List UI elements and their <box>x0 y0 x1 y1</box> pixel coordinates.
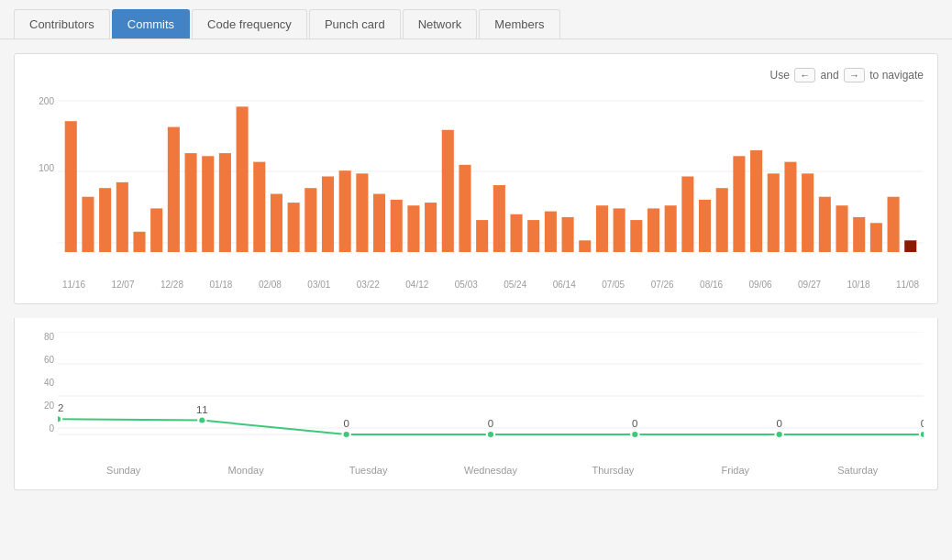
bar-5 <box>150 208 162 252</box>
tab-punch-card[interactable]: Punch card <box>309 9 401 38</box>
bar-x-label: 07/05 <box>602 280 625 290</box>
bar-x-label: 01/18 <box>209 280 232 290</box>
bar-37 <box>699 200 711 252</box>
bar-29 <box>562 217 574 252</box>
navigate-hint: Use ← and → to navigate <box>28 68 924 82</box>
bar-x-label: 07/26 <box>651 280 674 290</box>
line-x-label: Saturday <box>797 465 919 476</box>
bar-x-label: 11/08 <box>896 280 919 290</box>
bar-13 <box>288 203 300 252</box>
bar-36 <box>681 177 693 253</box>
bar-x-label: 10/18 <box>847 280 870 290</box>
bar-x-label: 11/16 <box>62 280 85 290</box>
bar-22 <box>442 130 454 252</box>
bar-27 <box>527 220 539 252</box>
tab-contributors[interactable]: Contributors <box>14 9 110 38</box>
bar-14 <box>304 188 316 252</box>
bar-x-label: 03/22 <box>357 280 380 290</box>
bar-49 <box>904 240 916 252</box>
tab-network[interactable]: Network <box>403 9 478 38</box>
bar-42 <box>784 162 796 252</box>
bar-24 <box>476 220 488 252</box>
bar-0 <box>65 121 77 252</box>
bar-31 <box>596 205 608 252</box>
line-chart-dot-2 <box>342 431 349 438</box>
line-chart-label-6: 0 <box>921 418 924 429</box>
bar-23 <box>459 165 470 252</box>
bar-x-label: 09/27 <box>798 280 821 290</box>
bar-x-label: 12/28 <box>161 280 183 290</box>
bar-39 <box>733 156 745 252</box>
bar-10 <box>237 106 249 252</box>
page-container: Contributors Commits Code frequency Punc… <box>0 0 952 560</box>
line-x-label: Wednesday <box>429 465 551 476</box>
right-arrow-btn[interactable]: → <box>844 68 865 82</box>
tab-members[interactable]: Members <box>479 9 559 38</box>
line-chart-label-2: 0 <box>343 418 349 429</box>
bar-17 <box>356 173 368 252</box>
bar-26 <box>510 214 522 252</box>
bar-38 <box>716 188 728 252</box>
line-chart-label-4: 0 <box>632 418 637 429</box>
bar-x-label: 06/14 <box>553 280 576 290</box>
line-chart-dot-5 <box>775 431 782 438</box>
tabs-bar: Contributors Commits Code frequency Punc… <box>0 0 952 39</box>
bar-44 <box>819 197 831 252</box>
bar-x-label: 05/03 <box>455 280 478 290</box>
bar-x-label: 02/08 <box>259 280 282 290</box>
bar-7 <box>185 153 197 252</box>
bar-28 <box>545 212 557 252</box>
bar-x-label: 08/16 <box>700 280 723 290</box>
bar-35 <box>665 205 677 252</box>
bar-19 <box>391 200 403 252</box>
bar-x-label: 12/07 <box>111 280 134 290</box>
bar-15 <box>322 177 334 253</box>
bar-8 <box>202 156 214 252</box>
bar-16 <box>339 170 351 252</box>
bar-48 <box>888 197 900 252</box>
line-chart-label-1: 11 <box>196 404 208 415</box>
bar-30 <box>579 240 591 252</box>
bar-41 <box>768 173 780 252</box>
bar-47 <box>870 223 882 252</box>
line-chart-section: 80 60 40 20 0 121100000 SundayMondayTues… <box>14 318 938 490</box>
line-x-label: Tuesday <box>307 465 429 476</box>
line-chart-label-3: 0 <box>488 418 493 429</box>
line-chart-dot-0 <box>58 415 61 423</box>
bar-32 <box>614 208 625 252</box>
line-x-label: Sunday <box>62 465 184 476</box>
bar-40 <box>750 150 762 252</box>
tab-code-frequency[interactable]: Code frequency <box>192 9 307 38</box>
line-x-label: Monday <box>184 465 306 476</box>
bar-34 <box>648 208 659 252</box>
bar-6 <box>168 127 180 252</box>
bar-chart-svg <box>58 92 924 275</box>
bar-1 <box>82 197 94 252</box>
bar-chart-section: Use ← and → to navigate 200 100 11/1612/… <box>14 53 938 304</box>
bar-25 <box>493 185 505 252</box>
line-chart-dot-1 <box>198 417 205 424</box>
bar-12 <box>271 194 282 252</box>
bar-46 <box>853 217 865 252</box>
bar-11 <box>253 162 265 252</box>
tab-commits[interactable]: Commits <box>112 9 190 38</box>
bar-3 <box>116 182 128 252</box>
line-x-label: Thursday <box>552 465 674 476</box>
line-chart-dot-4 <box>631 431 638 438</box>
bar-x-label: 04/12 <box>405 280 428 290</box>
line-chart-label-0: 12 <box>58 402 63 413</box>
left-arrow-btn[interactable]: ← <box>794 68 815 82</box>
bar-2 <box>99 188 111 252</box>
line-x-label: Friday <box>674 465 796 476</box>
bar-x-label: 09/06 <box>749 280 772 290</box>
bar-9 <box>219 153 231 252</box>
bar-21 <box>425 203 437 252</box>
bar-x-label: 05/24 <box>504 280 526 290</box>
bar-4 <box>133 232 145 252</box>
bar-20 <box>407 205 419 252</box>
bar-x-label: 03/01 <box>307 280 330 290</box>
bar-33 <box>630 220 642 252</box>
line-chart-dot-6 <box>920 431 924 438</box>
bar-43 <box>802 173 814 252</box>
line-chart-dot-3 <box>487 431 494 438</box>
